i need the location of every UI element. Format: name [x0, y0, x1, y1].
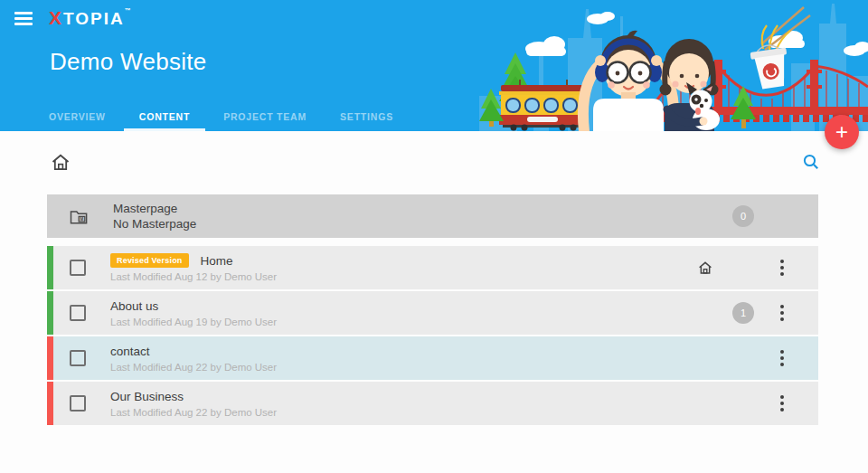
plus-icon: + — [835, 121, 848, 143]
search-icon — [802, 153, 820, 171]
row-checkbox[interactable] — [70, 350, 86, 366]
masterpage-subtitle: No Masterpage — [113, 217, 196, 231]
logo-name: TOPIA — [63, 9, 125, 28]
masterpage-count-badge: 0 — [732, 205, 754, 227]
trademark-symbol: ™ — [125, 7, 131, 14]
page-row-title: Home — [201, 254, 233, 268]
status-bar — [47, 291, 53, 335]
add-page-fab[interactable]: + — [825, 115, 859, 149]
tab-content[interactable]: CONTENT — [124, 107, 205, 131]
page-row-title: About us — [110, 299, 158, 313]
page-row-subtitle: Last Modified Aug 22 by Demo User — [110, 407, 277, 418]
page-row-title: Our Business — [110, 390, 184, 403]
page-row-home[interactable]: Revised Version Home Last Modified Aug 1… — [47, 246, 818, 289]
status-bar — [47, 246, 53, 289]
app-logo: XTOPIA™ — [49, 7, 131, 29]
page-row-contact[interactable]: contact Last Modified Aug 22 by Demo Use… — [47, 336, 818, 380]
tab-bar: OVERVIEW CONTENT PROJECT TEAM SETTINGS — [33, 107, 409, 131]
row-checkbox[interactable] — [70, 395, 86, 412]
trolley-illustration — [499, 80, 588, 131]
row-more-menu-button[interactable] — [775, 346, 789, 370]
row-checkbox[interactable] — [70, 305, 86, 321]
homepage-marker-home-icon — [697, 260, 713, 277]
svg-text:M: M — [80, 216, 84, 221]
page-row-about-us[interactable]: About us Last Modified Aug 19 by Demo Us… — [47, 291, 818, 335]
home-icon — [50, 151, 71, 175]
row-more-menu-button[interactable] — [775, 392, 789, 415]
girl-illustration — [660, 39, 721, 131]
tab-overview[interactable]: OVERVIEW — [33, 107, 121, 131]
masterpage-folder-icon: M — [70, 208, 88, 225]
content-area: M Masterpage No Masterpage 0 Revised Ver… — [0, 131, 868, 473]
page-row-title: contact — [110, 345, 150, 358]
city-illustration — [479, 0, 868, 131]
app-header: XTOPIA™ Demo Website OVERVIEW CONTENT PR… — [0, 0, 868, 131]
row-more-menu-button[interactable] — [775, 301, 789, 325]
logo-x: X — [49, 7, 63, 28]
revised-version-badge: Revised Version — [110, 253, 189, 268]
page-title: Demo Website — [50, 48, 207, 76]
row-checkbox[interactable] — [70, 260, 86, 276]
page-row-subtitle: Last Modified Aug 12 by Demo User — [110, 271, 277, 282]
tab-settings[interactable]: SETTINGS — [325, 107, 409, 131]
hamburger-menu-icon[interactable] — [14, 12, 33, 25]
masterpage-row[interactable]: M Masterpage No Masterpage 0 — [47, 194, 818, 238]
subpage-count-badge: 1 — [732, 302, 754, 324]
page-row-our-business[interactable]: Our Business Last Modified Aug 22 by Dem… — [47, 382, 818, 425]
breadcrumb-home-button[interactable] — [50, 151, 71, 178]
status-bar — [47, 382, 53, 425]
page-row-subtitle: Last Modified Aug 19 by Demo User — [110, 317, 277, 327]
page-list: M Masterpage No Masterpage 0 Revised Ver… — [47, 194, 818, 427]
status-bar — [47, 336, 53, 380]
tab-project-team[interactable]: PROJECT TEAM — [208, 107, 322, 131]
page-row-subtitle: Last Modified Aug 22 by Demo User — [110, 362, 277, 373]
row-more-menu-button[interactable] — [775, 256, 789, 279]
search-button[interactable] — [802, 153, 820, 175]
masterpage-title: Masterpage — [113, 202, 177, 215]
